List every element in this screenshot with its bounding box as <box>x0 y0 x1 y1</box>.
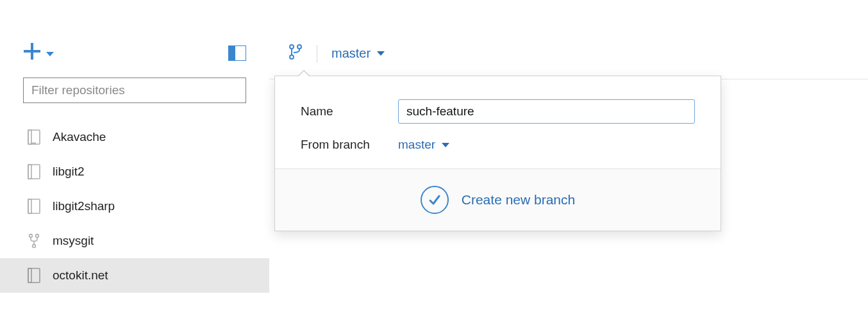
plus-icon <box>23 42 41 63</box>
svg-rect-5 <box>28 199 31 213</box>
repo-icon <box>27 198 41 215</box>
repo-icon <box>27 163 41 180</box>
svg-rect-0 <box>28 130 40 144</box>
svg-point-13 <box>290 55 294 59</box>
branch-dropdown[interactable]: master <box>331 46 385 61</box>
from-branch-label: From branch <box>301 138 398 152</box>
repo-item[interactable]: octokit.net <box>0 258 269 293</box>
svg-rect-1 <box>28 130 31 144</box>
form-row-from: From branch master <box>301 138 695 152</box>
svg-rect-9 <box>28 268 40 283</box>
repo-list: Akavache libgit2 libgit2sharp msysgit <box>0 115 269 293</box>
chevron-down-icon <box>377 51 385 56</box>
chevron-down-icon <box>46 46 54 60</box>
repo-icon <box>27 267 41 284</box>
popover-body: Name From branch master <box>275 76 721 168</box>
divider <box>317 45 317 63</box>
svg-point-6 <box>29 234 33 238</box>
add-repo-menu[interactable] <box>23 42 54 63</box>
check-icon <box>421 186 449 214</box>
svg-rect-10 <box>28 268 31 283</box>
repo-icon <box>27 129 41 145</box>
svg-rect-3 <box>28 165 31 179</box>
fork-icon <box>27 233 41 249</box>
form-row-name: Name <box>301 99 695 124</box>
main-area: master Name From branch master <box>269 32 868 328</box>
create-branch-button[interactable]: Create new branch <box>275 168 721 231</box>
repo-item-label: octokit.net <box>53 268 108 283</box>
toggle-sidebar-button[interactable] <box>228 45 246 61</box>
svg-rect-2 <box>28 165 40 179</box>
repo-item[interactable]: libgit2 <box>0 154 269 189</box>
repo-item-label: msysgit <box>53 234 94 248</box>
repo-item-label: libgit2sharp <box>53 199 115 213</box>
repo-item[interactable]: msysgit <box>0 224 269 258</box>
repo-item-label: libgit2 <box>53 165 85 179</box>
filter-wrap <box>0 78 269 115</box>
svg-point-8 <box>33 245 36 248</box>
popover-arrow <box>297 70 310 76</box>
svg-point-12 <box>297 45 301 49</box>
svg-rect-4 <box>28 199 40 213</box>
repo-item-label: Akavache <box>53 130 106 144</box>
sidebar-toolbar <box>0 32 269 78</box>
sidebar: Akavache libgit2 libgit2sharp msysgit <box>0 32 269 328</box>
from-branch-value: master <box>398 138 435 152</box>
create-branch-popover: Name From branch master <box>274 76 721 231</box>
repo-item[interactable]: Akavache <box>0 120 269 154</box>
branch-toolbar: master <box>269 32 868 79</box>
from-branch-dropdown[interactable]: master <box>398 138 695 152</box>
svg-point-7 <box>36 234 39 238</box>
create-branch-label: Create new branch <box>462 192 575 208</box>
svg-point-11 <box>290 45 294 49</box>
filter-repositories-input[interactable] <box>23 78 246 103</box>
name-label: Name <box>301 104 398 119</box>
branch-dropdown-label: master <box>331 46 371 61</box>
repo-item[interactable]: libgit2sharp <box>0 189 269 224</box>
branch-name-input[interactable] <box>398 99 695 124</box>
chevron-down-icon <box>442 143 449 147</box>
branch-icon[interactable] <box>288 44 303 63</box>
